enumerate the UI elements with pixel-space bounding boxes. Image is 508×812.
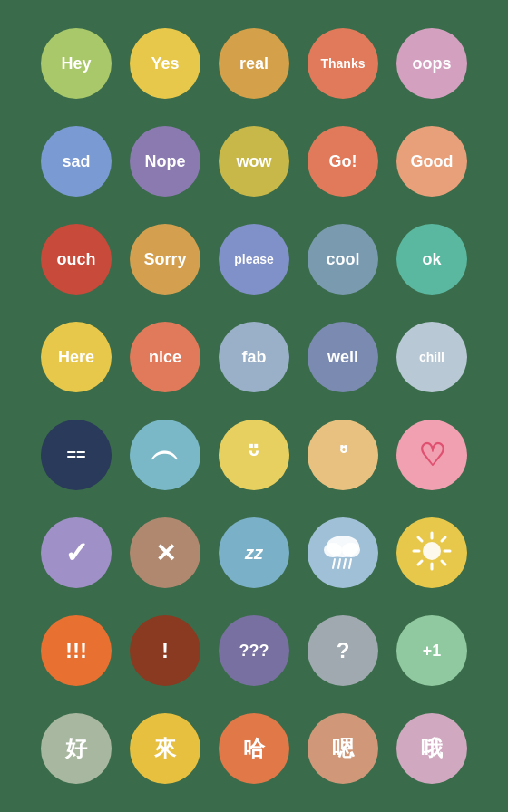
- sticker-circle[interactable]: Nope: [130, 126, 200, 197]
- sticker-circle[interactable]: 嗯: [308, 713, 378, 784]
- sticker-circle[interactable]: oops: [396, 28, 467, 99]
- sticker-circle[interactable]: 來: [130, 713, 200, 784]
- sticker-circle[interactable]: Sorry: [130, 224, 200, 295]
- sticker-circle[interactable]: fab: [219, 322, 289, 392]
- sticker-circle[interactable]: Here: [41, 322, 112, 392]
- sticker-circle[interactable]: ✓: [41, 517, 112, 588]
- sticker-circle[interactable]: wow: [219, 126, 289, 197]
- check-icon: ✓: [64, 536, 89, 570]
- sticker-circle[interactable]: Yes: [130, 28, 200, 99]
- sticker-circle[interactable]: cool: [308, 224, 378, 295]
- sticker-circle[interactable]: well: [308, 322, 378, 392]
- zzz-icon: zz: [245, 543, 263, 564]
- svg-line-13: [442, 561, 445, 565]
- sticker-circle[interactable]: °̈: [308, 420, 378, 490]
- sticker-circle[interactable]: sad: [41, 126, 112, 197]
- svg-line-4: [338, 559, 340, 568]
- sticker-circle[interactable]: ok: [396, 224, 467, 295]
- sticker-circle[interactable]: 哦: [396, 713, 467, 784]
- sticker-circle[interactable]: please: [219, 224, 289, 295]
- svg-line-3: [333, 559, 335, 568]
- sticker-circle[interactable]: [396, 517, 467, 588]
- sticker-circle[interactable]: +1: [396, 615, 467, 686]
- sticker-circle[interactable]: ᵕ̈: [219, 420, 289, 490]
- heart-icon: ♡: [418, 437, 445, 473]
- svg-point-1: [324, 543, 342, 557]
- sticker-circle[interactable]: 好: [41, 713, 112, 784]
- sticker-circle[interactable]: Hey: [41, 28, 112, 99]
- sticker-circle[interactable]: Good: [396, 126, 467, 197]
- sticker-circle[interactable]: ?: [308, 615, 378, 686]
- svg-line-15: [418, 561, 422, 565]
- sticker-circle[interactable]: ✕: [130, 517, 200, 588]
- sticker-circle[interactable]: chill: [396, 322, 467, 392]
- sticker-circle[interactable]: Go!: [308, 126, 378, 197]
- sun-icon: [410, 529, 454, 577]
- sticker-circle[interactable]: ???: [219, 615, 289, 686]
- sticker-circle[interactable]: ==: [41, 420, 112, 490]
- neutral-face-icon: °̈: [338, 443, 348, 467]
- sticker-grid: HeyYesrealThanksoopssadNopewowGo!Goodouc…: [17, 0, 491, 812]
- sticker-circle[interactable]: !!!: [41, 615, 112, 686]
- sad-face-icon: ︵: [151, 431, 180, 471]
- svg-line-5: [344, 559, 346, 568]
- sticker-circle[interactable]: [308, 517, 378, 588]
- sticker-circle[interactable]: ♡: [396, 420, 467, 490]
- cloud-rain-icon: [320, 532, 366, 575]
- sticker-circle[interactable]: real: [219, 28, 289, 99]
- cross-icon: ✕: [155, 538, 176, 568]
- svg-point-2: [342, 543, 360, 557]
- sticker-circle[interactable]: zz: [219, 517, 289, 588]
- svg-line-6: [349, 559, 351, 568]
- sticker-circle[interactable]: !: [130, 615, 200, 686]
- sticker-circle[interactable]: Thanks: [308, 28, 378, 99]
- happy-face-icon: ᵕ̈: [249, 440, 259, 470]
- sticker-circle[interactable]: ︵: [130, 420, 200, 490]
- sticker-circle[interactable]: nice: [130, 322, 200, 392]
- sticker-circle[interactable]: ouch: [41, 224, 112, 295]
- svg-point-7: [423, 542, 441, 560]
- svg-line-12: [418, 537, 422, 541]
- sticker-circle[interactable]: 哈: [219, 713, 289, 784]
- svg-line-14: [442, 537, 445, 541]
